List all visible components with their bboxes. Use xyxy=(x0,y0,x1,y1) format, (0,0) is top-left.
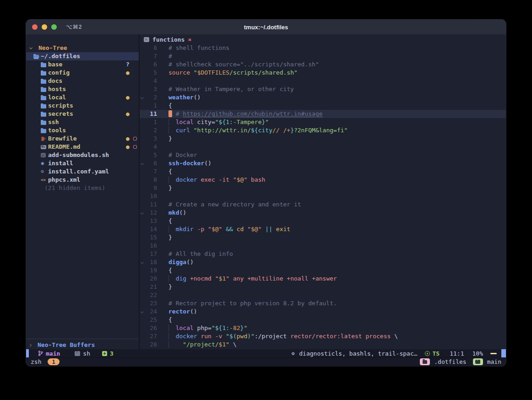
tree-item-phpcs-xml[interactable]: <>phpcs.xml xyxy=(26,176,139,184)
scrollbar-thumb[interactable] xyxy=(501,349,506,357)
line-number: 18 xyxy=(144,258,157,266)
code-line[interactable]: 11# Create a new directory and enter it xyxy=(140,200,506,209)
code-line[interactable]: 1{ xyxy=(140,102,506,110)
code-line[interactable]: 24rector() xyxy=(140,308,506,316)
tree-item-tools[interactable]: tools xyxy=(26,126,139,135)
code-line[interactable]: 7# xyxy=(140,52,506,60)
code-line[interactable]: 8# shell functions xyxy=(140,44,506,52)
tree-item-label: add-submodules.sh xyxy=(48,151,109,159)
code-line[interactable]: 7{ xyxy=(140,168,506,176)
line-number: 13 xyxy=(144,217,157,225)
tree-item-docs[interactable]: docs xyxy=(26,77,139,85)
folder-icon xyxy=(41,79,46,84)
tree-item--dotfiles[interactable]: ~/.dotfiles xyxy=(26,52,139,60)
code-line[interactable]: 27▏ docker run -v "$(pwd)":/project rect… xyxy=(140,332,506,341)
line-number: 2 xyxy=(144,93,157,102)
tmux-window-index-badge[interactable]: 1 xyxy=(48,358,59,365)
code-line[interactable]: 28▏ "/project/$1" \ xyxy=(140,341,506,349)
code-line[interactable]: 6# shellcheck source="../scripts/shared.… xyxy=(140,60,506,69)
close-buffer-icon[interactable]: × xyxy=(188,36,191,44)
scroll-percent: 10% xyxy=(472,350,483,357)
fold-chevron-icon[interactable] xyxy=(140,211,144,215)
code-line[interactable]: 21} xyxy=(140,283,506,291)
code-line[interactable]: 18digga() xyxy=(140,258,506,266)
tree-item-ssh[interactable]: ssh xyxy=(26,118,139,126)
line-number: 17 xyxy=(144,250,157,258)
code-line[interactable]: 26▏ local php="${1:-82}" xyxy=(140,324,506,332)
tree-item-label: local xyxy=(48,93,66,102)
buffers-section-header[interactable]: Neo-Tree Buffers xyxy=(26,341,139,349)
code-line[interactable]: 15} xyxy=(140,233,506,242)
tree-item-base[interactable]: base? xyxy=(26,60,139,69)
code-line[interactable]: 4 xyxy=(140,77,506,85)
minimize-window-button[interactable] xyxy=(42,24,47,30)
code-line[interactable]: 5source "$DOTFILES/scripts/shared.sh" xyxy=(140,69,506,77)
code-line[interactable]: 14▏ mkdir -p "$@" && cd "$@" || exit xyxy=(140,225,506,233)
code-line-text: source "$DOTFILES/scripts/shared.sh" xyxy=(157,69,298,77)
code-line-text: # Create a new directory and enter it xyxy=(157,200,301,209)
code-line[interactable]: 6ssh-docker() xyxy=(140,159,506,168)
line-number: 7 xyxy=(144,52,157,60)
code-line[interactable]: 25{ xyxy=(140,316,506,324)
tree-item-add-submodules-sh[interactable]: add-submodules.sh xyxy=(26,151,139,159)
line-number: 6 xyxy=(144,159,157,168)
code-line[interactable]: 13{ xyxy=(140,217,506,225)
tree-item-install[interactable]: ✱install xyxy=(26,159,139,168)
code-line[interactable]: 2weather() xyxy=(140,93,506,102)
zoom-window-button[interactable] xyxy=(51,24,57,30)
folder-icon xyxy=(41,95,46,100)
close-window-button[interactable] xyxy=(32,24,38,30)
code-line-text: } xyxy=(157,233,172,242)
filetype-icon xyxy=(75,351,80,356)
code-line[interactable]: 17# All the dig info xyxy=(140,250,506,258)
line-number: 22 xyxy=(144,291,157,299)
code-line[interactable]: 10 xyxy=(140,192,506,200)
code-line-text: # shell functions xyxy=(157,44,229,52)
tmux-window-name[interactable]: zsh xyxy=(31,358,41,365)
tree-item-config[interactable]: config● xyxy=(26,69,139,77)
fold-chevron-icon[interactable] xyxy=(140,261,144,264)
fold-chevron-icon[interactable] xyxy=(140,310,144,314)
code-line[interactable]: 3# Weather in Tampere, or other city xyxy=(140,85,506,93)
tree-item-hosts[interactable]: hosts xyxy=(26,85,139,93)
line-number: 11 xyxy=(144,200,157,209)
code-area[interactable]: 8# shell functions7#6# shellcheck source… xyxy=(140,44,506,349)
code-line[interactable]: 20▏ dig +nocmd "$1" any +multiline +noal… xyxy=(140,275,506,283)
code-line[interactable]: 22 xyxy=(140,291,506,299)
line-number: 1 xyxy=(144,118,157,126)
code-line[interactable]: 12mkd() xyxy=(140,209,506,217)
tree-item-secrets[interactable]: secrets● xyxy=(26,110,139,118)
code-line[interactable]: 4 xyxy=(140,143,506,151)
code-line[interactable]: 2▏ curl "http://wttr.in/${city// /+}?2nF… xyxy=(140,126,506,135)
code-line-text: weather() xyxy=(157,93,201,102)
mode-indicator-block xyxy=(26,349,29,357)
tree-item-local[interactable]: local● xyxy=(26,93,139,102)
line-number: 8 xyxy=(144,44,157,52)
code-line[interactable]: 3} xyxy=(140,135,506,143)
folder-icon xyxy=(41,87,46,92)
code-line[interactable]: 16 xyxy=(140,242,506,250)
tree-item-brewfile[interactable]: Brewfile● xyxy=(26,135,139,143)
code-line-current[interactable]: 11 # https://github.com/chubin/wttr.in#u… xyxy=(140,110,506,118)
buffer-tab-functions[interactable]: functions xyxy=(152,36,185,44)
fold-chevron-icon[interactable] xyxy=(140,162,144,165)
chevron-right-icon xyxy=(28,343,32,346)
line-number: 15 xyxy=(144,233,157,242)
neo-tree-title-row[interactable]: Neo-Tree xyxy=(26,44,139,52)
code-line[interactable]: 5# Docker xyxy=(140,151,506,159)
code-line[interactable]: 8▏ docker exec -it "$@" bash xyxy=(140,176,506,184)
git-modified-dot-icon: ● xyxy=(126,93,130,102)
tree-item-scripts[interactable]: scripts xyxy=(26,102,139,110)
code-line[interactable]: 9} xyxy=(140,184,506,192)
code-line-text: { xyxy=(157,266,172,275)
code-line[interactable]: 19{ xyxy=(140,266,506,275)
fold-chevron-icon[interactable] xyxy=(140,96,144,99)
git-staged-square-icon xyxy=(133,71,137,75)
window-title: tmux:~/.dotfiles xyxy=(26,24,506,31)
tree-item-install-conf-yaml[interactable]: ⚙install.conf.yaml xyxy=(26,168,139,176)
code-line[interactable]: 1▏ local city="${1:-Tampere}" xyxy=(140,118,506,126)
code-line-text: rector() xyxy=(157,308,197,316)
tree-item-readme-md[interactable]: M↓README.md● xyxy=(26,143,139,151)
code-line[interactable]: 23# Rector project to php version 8.2 by… xyxy=(140,299,506,308)
buffers-section-label: Neo-Tree Buffers xyxy=(38,341,95,349)
